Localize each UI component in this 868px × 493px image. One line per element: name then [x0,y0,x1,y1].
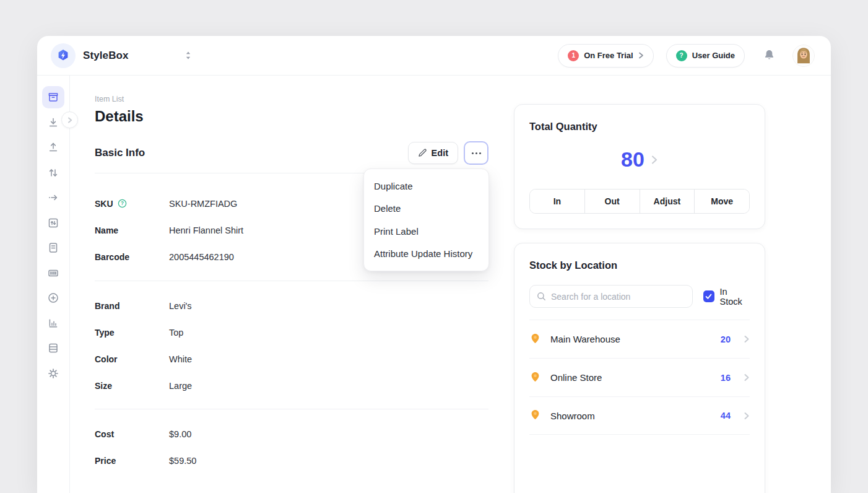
main-area: Item List Details Basic Info Edit [70,76,831,493]
total-quantity-card: Total Quantity 80 In Out Adjust Move [514,104,765,229]
location-quantity: 44 [721,411,731,421]
map-pin-icon [529,409,541,422]
menu-item-attribute-update-history[interactable]: Attribute Update History [364,243,488,266]
field-value: White [169,354,192,364]
menu-item-duplicate[interactable]: Duplicate [364,175,488,198]
transfer-icon [47,167,59,179]
search-icon [537,292,546,301]
sidebar-item-create[interactable] [42,287,64,309]
location-name: Main Warehouse [550,334,620,344]
location-quantity: 16 [721,373,731,383]
user-avatar[interactable] [792,45,815,67]
field-value: Levi's [169,301,192,311]
check-icon [705,292,713,300]
location-quantity: 20 [721,334,731,344]
field-value: Top [169,328,183,338]
field-label: Brand [95,301,169,311]
field-label: Name [95,225,169,235]
location-search-box [529,285,693,308]
more-actions-menu: Duplicate Delete Print Label Attribute U… [363,168,489,271]
field-row-cost: Cost $9.00 [95,421,488,447]
upload-icon [47,141,59,154]
menu-item-print-label[interactable]: Print Label [364,220,488,243]
notifications-bell-icon[interactable] [762,48,776,63]
field-label: Size [95,381,169,391]
details-pane: Item List Details Basic Info Edit [95,76,488,480]
stock-move-button[interactable]: Move [694,190,749,213]
total-quantity-title: Total Quantity [529,121,750,133]
arrow-right-icon [47,191,59,204]
svg-text:?: ? [121,201,124,206]
field-value: Large [169,381,192,391]
in-stock-label: In Stock [720,287,750,307]
sidebar-item-reports[interactable] [42,312,64,334]
sidebar-item-adjust[interactable] [42,212,64,234]
field-row-color: Color White [95,346,488,372]
stock-out-button[interactable]: Out [584,190,640,213]
sidebar-item-receive[interactable] [42,111,64,134]
field-value: $9.00 [169,429,191,439]
stock-by-location-title: Stock by Location [529,260,750,271]
sidebar-expand-button[interactable] [61,111,78,128]
field-row-brand: Brand Levi's [95,292,488,319]
hexagon-bolt-icon [56,48,71,63]
field-value: 2005445462190 [169,252,234,262]
sidebar-item-settings[interactable] [42,362,64,385]
total-quantity-row[interactable]: 80 [529,147,750,172]
box-icon [47,91,59,103]
barcode-icon [47,267,59,279]
total-quantity-value[interactable]: 80 [621,147,644,172]
stock-in-button[interactable]: In [530,190,584,213]
stock-adjust-button[interactable]: Adjust [640,190,695,213]
location-row-main-warehouse[interactable]: Main Warehouse 20 [529,320,750,358]
location-row-showroom[interactable]: Showroom 44 [529,396,750,435]
sidebar-item-items[interactable] [42,86,64,108]
field-value: $59.50 [169,456,196,466]
sidebar-item-documents[interactable] [42,237,64,259]
field-group-pricing: Cost $9.00 Price $59.50 [95,409,488,480]
pencil-icon [418,149,427,157]
breadcrumb[interactable]: Item List [95,95,488,103]
trial-badge-icon: 1 [568,50,579,61]
sidebar-item-inventory[interactable] [42,337,64,359]
chevron-right-icon [651,154,658,165]
help-circle-icon[interactable]: ? [118,199,127,208]
sidebar [37,76,70,493]
edit-button-label: Edit [432,148,448,158]
sidebar-item-barcodes[interactable] [42,262,64,284]
section-title: Basic Info [95,147,145,159]
quantity-action-group: In Out Adjust Move [529,189,750,214]
desktop: { "header": { "app_name": "StyleBox", "t… [0,0,868,493]
menu-item-delete[interactable]: Delete [364,198,488,220]
in-stock-checkbox[interactable] [703,290,714,302]
gear-icon [47,367,59,380]
more-actions-button[interactable] [464,141,488,165]
sidebar-item-transfer[interactable] [42,162,64,184]
chevron-right-icon [744,411,750,421]
field-row-type: Type Top [95,319,488,346]
user-guide-button[interactable]: ? User Guide [666,44,745,68]
free-trial-button[interactable]: 1 On Free Trial [558,44,653,68]
sidebar-item-ship[interactable] [42,136,64,159]
sidebar-item-move-out[interactable] [42,186,64,209]
field-value: Henri Flannel Shirt [169,225,243,235]
field-label: Type [95,328,169,338]
field-value: SKU-RMZFIADG [169,199,237,209]
page-title: Details [95,108,488,125]
chevron-right-icon [744,334,750,344]
edit-button[interactable]: Edit [408,142,458,164]
user-guide-label: User Guide [692,51,735,60]
location-search-input[interactable] [551,292,685,302]
stack-icon [47,342,59,354]
summary-column: Total Quantity 80 In Out Adjust Move [514,104,765,493]
location-row-online-store[interactable]: Online Store 16 [529,358,750,396]
swap-box-icon [47,217,59,229]
field-label: SKU [95,199,113,209]
in-stock-filter[interactable]: In Stock [703,287,750,307]
stock-by-location-card: Stock by Location [514,243,765,493]
plus-circle-icon [47,292,59,304]
location-filter-row: In Stock [529,285,750,308]
workspace-sorter-icon[interactable] [184,51,192,60]
chevron-right-icon [638,51,644,59]
field-label: Cost [95,429,169,439]
